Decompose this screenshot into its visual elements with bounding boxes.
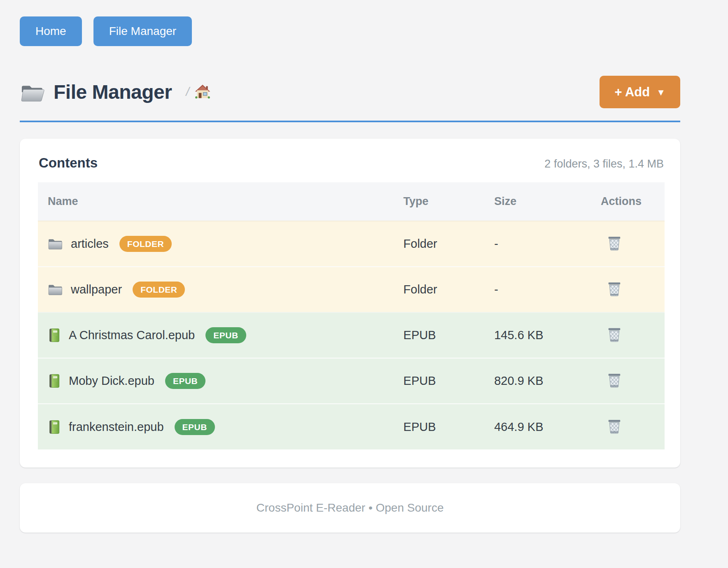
entry-type-badge: EPUB xyxy=(175,419,215,435)
contents-title: Contents xyxy=(39,155,98,171)
file-table-head: Name Type Size Actions xyxy=(38,182,665,221)
type-cell: EPUB xyxy=(395,404,486,449)
breadcrumb-separator: / xyxy=(186,85,189,99)
page-title: File Manager xyxy=(54,81,172,103)
table-row: A Christmas Carol.epub EPUB EPUB 145.6 K… xyxy=(38,312,665,358)
contents-card: Contents 2 folders, 3 files, 1.4 MB Name… xyxy=(20,139,680,468)
book-icon xyxy=(48,328,61,342)
folder-open-icon xyxy=(20,81,45,103)
delete-button[interactable] xyxy=(606,417,623,436)
page: Home File Manager File Manager / xyxy=(20,0,680,533)
entry-link[interactable]: frankenstein.epub EPUB xyxy=(48,419,387,435)
book-icon xyxy=(48,420,61,434)
name-cell: wallpaper FOLDER xyxy=(38,267,395,312)
type-cell: Folder xyxy=(395,267,486,312)
entry-link[interactable]: Moby Dick.epub EPUB xyxy=(48,373,387,389)
actions-cell xyxy=(593,221,665,267)
column-header-type: Type xyxy=(395,182,486,221)
type-cell: EPUB xyxy=(395,358,486,404)
entry-name: articles xyxy=(71,237,109,251)
type-cell: Folder xyxy=(395,221,486,267)
table-row: wallpaper FOLDER Folder - xyxy=(38,267,665,312)
footer-text: CrossPoint E-Reader • Open Source xyxy=(257,501,444,514)
entry-type-badge: FOLDER xyxy=(133,282,185,298)
trash-icon xyxy=(607,429,621,435)
column-header-actions: Actions xyxy=(593,182,665,221)
name-cell: articles FOLDER xyxy=(38,221,395,267)
trash-icon xyxy=(607,338,621,344)
entry-link[interactable]: A Christmas Carol.epub EPUB xyxy=(48,327,387,343)
entry-name: A Christmas Carol.epub xyxy=(69,328,195,342)
caret-down-icon: ▼ xyxy=(656,88,665,97)
delete-button[interactable] xyxy=(606,325,623,344)
delete-button[interactable] xyxy=(606,371,623,390)
size-cell: 145.6 KB xyxy=(486,312,593,358)
contents-summary: 2 folders, 3 files, 1.4 MB xyxy=(544,158,664,170)
type-cell: EPUB xyxy=(395,312,486,358)
file-table: Name Type Size Actions articles FOLDER F… xyxy=(38,182,665,449)
trash-icon xyxy=(607,292,621,298)
actions-cell xyxy=(593,358,665,404)
breadcrumb: / xyxy=(186,84,210,100)
folder-icon xyxy=(48,284,63,296)
delete-button[interactable] xyxy=(606,234,623,253)
name-cell: A Christmas Carol.epub EPUB xyxy=(38,312,395,358)
table-row: articles FOLDER Folder - xyxy=(38,221,665,267)
name-cell: Moby Dick.epub EPUB xyxy=(38,358,395,404)
column-header-size: Size xyxy=(486,182,593,221)
table-body: articles FOLDER Folder - xyxy=(38,221,665,449)
book-icon xyxy=(48,374,61,388)
entry-name: Moby Dick.epub xyxy=(69,374,154,388)
footer-card: CrossPoint E-Reader • Open Source xyxy=(20,483,680,533)
table-row: Moby Dick.epub EPUB EPUB 820.9 KB xyxy=(38,358,665,404)
top-nav: Home File Manager xyxy=(20,16,680,46)
actions-cell xyxy=(593,404,665,449)
add-button-label: + Add xyxy=(614,86,650,98)
actions-cell xyxy=(593,267,665,312)
table-row: frankenstein.epub EPUB EPUB 464.9 KB xyxy=(38,404,665,449)
page-header: File Manager / + A xyxy=(20,76,680,108)
delete-button[interactable] xyxy=(606,279,623,298)
size-cell: - xyxy=(486,221,593,267)
entry-name: wallpaper xyxy=(71,283,122,296)
entry-name: frankenstein.epub xyxy=(69,420,164,434)
house-icon[interactable] xyxy=(194,84,211,99)
size-cell: 464.9 KB xyxy=(486,404,593,449)
trash-icon xyxy=(607,383,621,389)
add-button[interactable]: + Add ▼ xyxy=(600,76,680,108)
entry-type-badge: FOLDER xyxy=(119,236,172,252)
entry-link[interactable]: wallpaper FOLDER xyxy=(48,282,387,298)
folder-icon xyxy=(48,238,63,250)
file-manager-nav-button[interactable]: File Manager xyxy=(93,16,192,46)
header-divider xyxy=(20,121,680,122)
home-nav-button[interactable]: Home xyxy=(20,16,82,46)
column-header-name: Name xyxy=(38,182,395,221)
size-cell: - xyxy=(486,267,593,312)
actions-cell xyxy=(593,312,665,358)
contents-card-header: Contents 2 folders, 3 files, 1.4 MB xyxy=(38,155,665,182)
entry-type-badge: EPUB xyxy=(165,373,205,389)
title-wrap: File Manager / xyxy=(20,81,211,103)
trash-icon xyxy=(607,246,621,252)
entry-type-badge: EPUB xyxy=(205,327,246,343)
entry-link[interactable]: articles FOLDER xyxy=(48,236,387,252)
size-cell: 820.9 KB xyxy=(486,358,593,404)
name-cell: frankenstein.epub EPUB xyxy=(38,404,395,449)
